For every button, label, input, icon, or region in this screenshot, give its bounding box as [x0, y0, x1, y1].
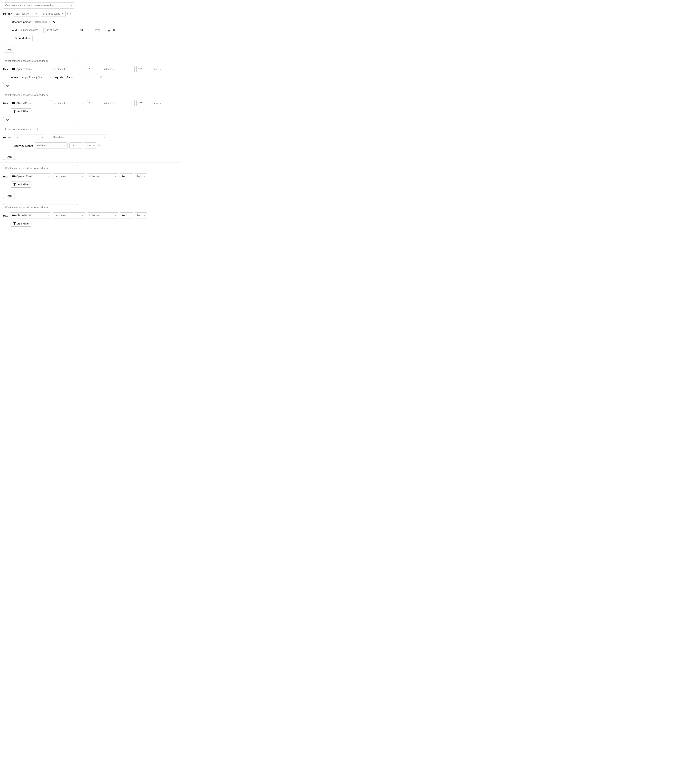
condition-type-label: What someone has done (or not done) [5, 59, 48, 63]
chevron-down-icon [115, 176, 116, 177]
count-op-value: zero times [54, 214, 66, 217]
and-connector: + AND [0, 190, 181, 202]
range-num-input[interactable]: 180 [137, 100, 149, 106]
add-filter-button[interactable]: Add Filter [11, 181, 31, 188]
count-op-value: zero times [54, 175, 66, 178]
unit-value: days [153, 102, 158, 105]
chevron-down-icon [102, 30, 103, 31]
filter-icon [13, 183, 16, 186]
number-input[interactable]: 90 [78, 27, 91, 33]
range-select[interactable]: in the last [35, 142, 67, 148]
remove-icon[interactable] [100, 76, 102, 79]
count-op-select[interactable]: is at least [53, 66, 86, 72]
chevron-down-icon [42, 137, 43, 138]
range-select[interactable]: in the last [87, 173, 118, 180]
or-connector: OR [3, 83, 178, 89]
count-op-select[interactable]: zero times [53, 173, 86, 180]
channel-select[interactable]: email marketing [41, 11, 66, 17]
condition-group-2: What someone has done (or not done) Has … [0, 55, 181, 151]
add-filter-button[interactable]: Add Filter [11, 108, 31, 114]
range-select[interactable]: in the last [87, 212, 118, 219]
event-select[interactable]: Clicked Email [10, 212, 51, 219]
where-attr-select[interactable]: Apple Privacy Open [20, 74, 53, 80]
condition-type-select[interactable]: If someone is in or not in a list [3, 126, 78, 132]
chevron-down-icon [48, 69, 49, 70]
because-select[interactable]: subscribed [33, 19, 51, 25]
event-select[interactable]: Clicked Email [10, 100, 51, 106]
count-op-select[interactable]: is at least [53, 100, 86, 106]
chevron-down-icon [74, 129, 76, 130]
verb-select[interactable]: is [14, 134, 45, 140]
event-select[interactable]: Opened Email [10, 173, 51, 180]
condition-type-select[interactable]: What someone has done (or not done) [3, 58, 78, 64]
unit-value: days [137, 214, 142, 217]
or-button[interactable]: OR [3, 83, 12, 89]
chevron-down-icon [64, 145, 66, 146]
add-filter-button[interactable]: Add filter [12, 35, 33, 41]
operator-select[interactable]: is at least [45, 27, 76, 33]
verb-value: is [16, 136, 18, 139]
range-num-input[interactable]: 180 [69, 142, 82, 148]
chevron-down-icon [48, 176, 49, 177]
remove-icon[interactable] [113, 29, 115, 31]
tag-icon [12, 102, 15, 104]
chevron-down-icon [143, 176, 145, 177]
and-button[interactable]: + AND [3, 47, 15, 53]
condition-type-select[interactable]: What someone has done (or not done) [3, 92, 78, 98]
list-select[interactable]: Newsletter [51, 134, 107, 140]
range-select[interactable]: in the last [102, 66, 135, 72]
can-receive-select[interactable]: can receive [14, 11, 39, 17]
condition-group-4: What someone has done (or not done) Has … [0, 202, 181, 229]
add-filter-button[interactable]: Add Filter [11, 221, 31, 227]
condition-type-label: If someone can or cannot receive marketi… [5, 4, 53, 7]
unit-select[interactable]: days [135, 212, 147, 219]
and-button[interactable]: + AND [3, 193, 15, 199]
chevron-down-icon [48, 103, 49, 104]
range-num-value: 90 [122, 214, 125, 217]
unit-select[interactable]: days [151, 100, 163, 106]
condition-type-select[interactable]: What someone has done (or not done) [3, 165, 78, 171]
where-value-input[interactable]: False [65, 74, 98, 80]
in-label: in [47, 136, 49, 139]
chevron-down-icon [74, 207, 76, 208]
divider [15, 120, 178, 120]
range-select[interactable]: in the last [102, 100, 135, 106]
range-num-input[interactable]: 90 [120, 173, 133, 180]
event-value: Clicked Email [16, 214, 31, 217]
attribute-select[interactable]: subscribed date [19, 27, 43, 33]
condition-type-label: If someone is in or not in a list [5, 128, 38, 130]
unit-value: days [137, 175, 142, 178]
range-num-value: 180 [138, 68, 142, 71]
add-filter-label: Add Filter [17, 110, 29, 113]
where-value: False [67, 76, 73, 79]
condition-group-1: If someone can or cannot receive marketi… [0, 0, 181, 44]
list-value: Newsletter [53, 136, 65, 139]
can-receive-value: can receive [16, 12, 29, 15]
count-input[interactable]: 1 [87, 66, 100, 72]
range-num-input[interactable]: 90 [120, 212, 133, 219]
count-input[interactable]: 1 [87, 100, 100, 106]
where-label: where [11, 76, 18, 79]
count-op-select[interactable]: zero times [53, 212, 86, 219]
condition-type-select[interactable]: What someone has done (or not done) [3, 204, 78, 210]
unit-select[interactable]: days [151, 66, 163, 72]
unit-select[interactable]: days [93, 27, 105, 33]
chevron-down-icon [48, 215, 49, 216]
remove-icon[interactable] [53, 21, 55, 23]
and-connector: + AND [0, 151, 181, 163]
chevron-down-icon [115, 215, 116, 216]
range-num-value: 90 [122, 175, 125, 178]
event-select[interactable]: Opened Email [10, 66, 51, 72]
range-num-input[interactable]: 180 [137, 66, 149, 72]
info-icon[interactable]: i [67, 12, 71, 15]
has-label: Has [3, 214, 8, 217]
unit-select[interactable]: days [135, 173, 147, 180]
remove-icon[interactable] [98, 144, 100, 147]
and-button[interactable]: + AND [3, 154, 15, 160]
or-button[interactable]: OR [3, 117, 12, 123]
unit-value: days [86, 144, 91, 147]
add-filter-label: Add Filter [17, 183, 29, 186]
unit-select[interactable]: days [84, 142, 96, 148]
condition-type-select[interactable]: If someone can or cannot receive marketi… [3, 2, 74, 8]
condition-type-label: What someone has done (or not done) [5, 94, 48, 96]
